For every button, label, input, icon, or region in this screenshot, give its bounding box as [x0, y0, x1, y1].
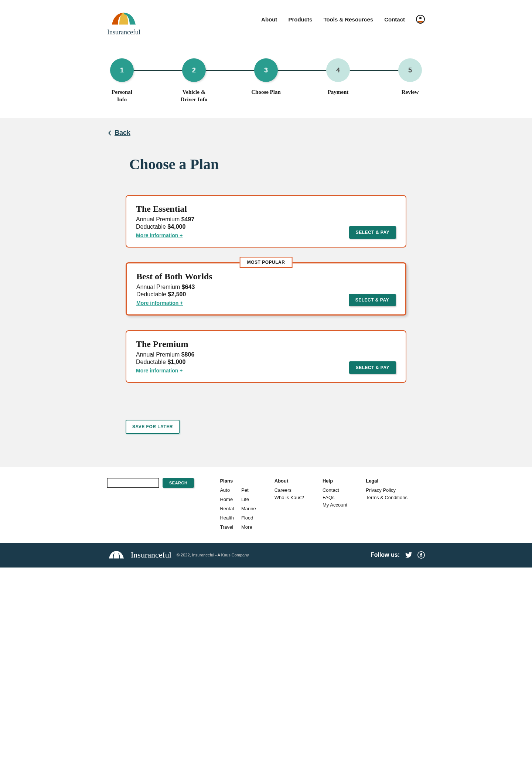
footer-legal-heading: Legal	[366, 478, 407, 484]
step-4-label: Payment	[328, 89, 349, 96]
nav-tools[interactable]: Tools & Resources	[323, 16, 373, 23]
step-3-circle: 3	[254, 58, 278, 82]
facebook-icon[interactable]	[417, 551, 425, 559]
logo[interactable]: Insuranceful	[107, 11, 140, 36]
footer-umbrella-icon	[107, 550, 126, 560]
footer-link[interactable]: Contact	[323, 487, 339, 493]
twitter-icon[interactable]	[405, 551, 412, 559]
plan-premium: Annual Premium $497	[136, 216, 194, 223]
footer-link[interactable]: Marine	[241, 506, 256, 511]
popular-badge: MOST POPULAR	[240, 257, 293, 268]
footer-link[interactable]: Pet	[241, 487, 249, 493]
plan-card-2: The Premium Annual Premium $806 Deductab…	[126, 330, 406, 383]
nav-products[interactable]: Products	[288, 16, 312, 23]
footer-link[interactable]: Home	[220, 497, 233, 502]
step-2-label: Vehicle & Driver Info	[179, 89, 209, 103]
progress-stepper: 1Personal Info 2Vehicle & Driver Info 3C…	[107, 58, 425, 103]
footer-link[interactable]: Flood	[241, 515, 253, 521]
logo-text: Insuranceful	[107, 28, 140, 36]
back-link[interactable]: Back	[107, 129, 130, 137]
step-1-circle: 1	[110, 58, 134, 82]
plan-deductible: Deductable $2,500	[136, 291, 212, 298]
footer-logo-text: Insuranceful	[131, 550, 171, 560]
step-1-label: Personal Info	[107, 89, 137, 103]
umbrella-icon	[109, 11, 139, 28]
footer-link[interactable]: Rental	[220, 506, 234, 511]
footer-search-input[interactable]	[107, 478, 159, 488]
footer-about-heading: About	[274, 478, 304, 484]
footer-link[interactable]: My Account	[323, 502, 347, 508]
plan-premium: Annual Premium $643	[136, 284, 212, 290]
plan-premium: Annual Premium $806	[136, 351, 194, 358]
footer-search-button[interactable]: SEARCH	[163, 478, 194, 488]
plan-deductible: Deductable $1,000	[136, 359, 194, 365]
follow-us-label: Follow us:	[371, 552, 400, 558]
save-for-later-button[interactable]: SAVE FOR LATER	[126, 420, 180, 434]
footer-link[interactable]: Life	[241, 497, 249, 502]
footer-link[interactable]: FAQs	[323, 495, 335, 500]
select-pay-button[interactable]: SELECT & PAY	[349, 361, 396, 374]
chevron-left-icon	[107, 130, 112, 136]
footer-help-heading: Help	[323, 478, 347, 484]
footer-copyright: © 2022, Insuranceful - A Kaus Company	[177, 553, 249, 557]
nav-contact[interactable]: Contact	[384, 16, 405, 23]
plan-card-1: MOST POPULAR Best of Both Worlds Annual …	[126, 262, 406, 316]
footer-link[interactable]: Terms & Conditions	[366, 495, 407, 500]
footer-link[interactable]: Auto	[220, 487, 230, 493]
plan-deductible: Deductable $4,000	[136, 224, 194, 230]
more-info-link[interactable]: More information +	[136, 368, 183, 374]
select-pay-button[interactable]: SELECT & PAY	[349, 294, 396, 306]
plan-title: Best of Both Worlds	[136, 272, 212, 282]
step-2-circle: 2	[182, 58, 206, 82]
step-5-circle: 5	[398, 58, 422, 82]
step-4-circle: 4	[326, 58, 350, 82]
footer-link[interactable]: Travel	[220, 524, 233, 530]
plan-card-0: The Essential Annual Premium $497 Deduct…	[126, 195, 406, 248]
footer-plans-heading: Plans	[220, 478, 256, 484]
page-title: Choose a Plan	[129, 156, 425, 173]
plan-title: The Essential	[136, 204, 194, 214]
step-5-label: Review	[402, 89, 419, 96]
nav-about[interactable]: About	[261, 16, 277, 23]
profile-icon[interactable]	[416, 15, 425, 24]
footer-link[interactable]: Health	[220, 515, 234, 521]
primary-nav: About Products Tools & Resources Contact	[261, 15, 425, 24]
footer-link[interactable]: More	[241, 524, 252, 530]
select-pay-button[interactable]: SELECT & PAY	[349, 226, 396, 239]
footer-link[interactable]: Who is Kaus?	[274, 495, 304, 500]
more-info-link[interactable]: More information +	[136, 300, 183, 306]
footer-link[interactable]: Privacy Policy	[366, 487, 396, 493]
more-info-link[interactable]: More information +	[136, 232, 183, 238]
plan-title: The Premium	[136, 339, 194, 349]
step-3-label: Choose Plan	[251, 89, 281, 96]
footer-link[interactable]: Careers	[274, 487, 291, 493]
